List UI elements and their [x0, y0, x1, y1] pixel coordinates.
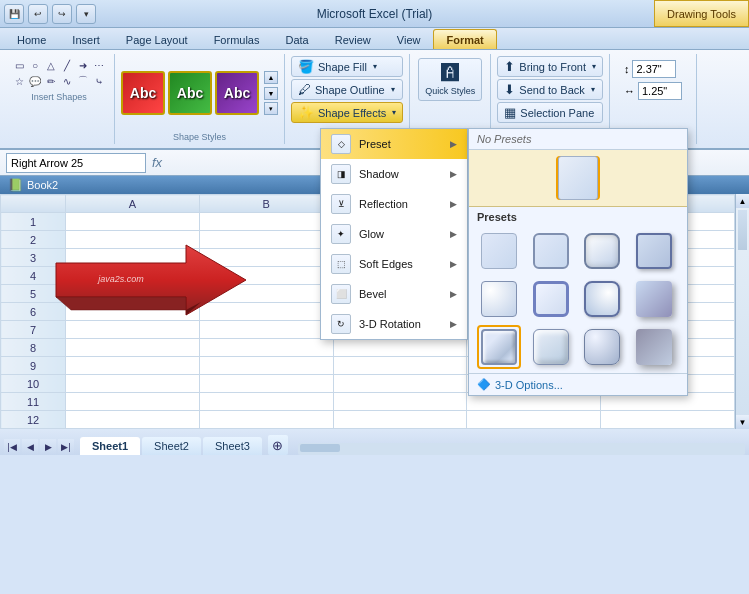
more-shapes-icon[interactable]: ⋯ — [92, 58, 106, 72]
cell-b8[interactable] — [199, 339, 333, 357]
cell-b2[interactable] — [199, 231, 333, 249]
cell-b4[interactable] — [199, 267, 333, 285]
scroll-up-btn[interactable]: ▲ — [736, 194, 749, 208]
preset-item-3[interactable] — [580, 229, 624, 273]
scroll-more-btn[interactable]: ▾ — [264, 102, 278, 115]
preset-item-8[interactable] — [632, 277, 676, 321]
cell-b3[interactable] — [199, 249, 333, 267]
sheet-tab-2[interactable]: Sheet2 — [142, 437, 201, 455]
tab-view[interactable]: View — [384, 29, 434, 49]
shape-effects-button[interactable]: ✨ Shape Effects ▾ — [291, 102, 403, 123]
freeform-icon[interactable]: ⌒ — [76, 74, 90, 88]
send-to-back-button[interactable]: ⬇ Send to Back ▾ — [497, 79, 603, 100]
cell-b1[interactable] — [199, 213, 333, 231]
last-sheet-btn[interactable]: ▶| — [58, 439, 74, 455]
cell-b9[interactable] — [199, 357, 333, 375]
line-icon[interactable]: ╱ — [60, 58, 74, 72]
preset-item-6[interactable] — [529, 277, 573, 321]
cell-d12[interactable] — [467, 411, 601, 429]
preset-item-9[interactable] — [477, 325, 521, 369]
3d-options-link[interactable]: 🔷 3-D Options... — [469, 373, 687, 395]
cell-b11[interactable] — [199, 393, 333, 411]
shape-style-purple[interactable]: Abc — [215, 71, 259, 115]
preset-item-11[interactable] — [580, 325, 624, 369]
save-button[interactable]: 💾 — [4, 4, 24, 24]
connector-icon[interactable]: ⤷ — [92, 74, 106, 88]
bevel-menu-item[interactable]: ⬜ Bevel ▶ — [321, 279, 467, 309]
selection-pane-button[interactable]: ▦ Selection Pane — [497, 102, 603, 123]
more-button[interactable]: ▾ — [76, 4, 96, 24]
glow-menu-item[interactable]: ✦ Glow ▶ — [321, 219, 467, 249]
rect-icon[interactable]: ▭ — [12, 58, 26, 72]
preset-item-5[interactable] — [477, 277, 521, 321]
preset-selected-item[interactable] — [556, 156, 600, 200]
cell-c12[interactable] — [333, 411, 467, 429]
cell-a10[interactable] — [66, 375, 200, 393]
callout-icon[interactable]: 💬 — [28, 74, 42, 88]
scroll-down-btn[interactable]: ▼ — [736, 415, 749, 429]
cell-a9[interactable] — [66, 357, 200, 375]
3d-rotation-menu-item[interactable]: ↻ 3-D Rotation ▶ — [321, 309, 467, 339]
cell-a1[interactable] — [66, 213, 200, 231]
curve-icon[interactable]: ∿ — [60, 74, 74, 88]
preset-item-1[interactable] — [477, 229, 521, 273]
cell-c8[interactable] — [333, 339, 467, 357]
sheet-tab-1[interactable]: Sheet1 — [80, 437, 140, 455]
cell-c9[interactable] — [333, 357, 467, 375]
preset-item-7[interactable] — [580, 277, 624, 321]
preset-item-12[interactable] — [632, 325, 676, 369]
shape-style-red[interactable]: Abc — [121, 71, 165, 115]
preset-item-10[interactable] — [529, 325, 573, 369]
cell-e12[interactable] — [601, 411, 735, 429]
scrollbar-thumb[interactable] — [738, 210, 747, 250]
cell-c11[interactable] — [333, 393, 467, 411]
preset-item-4[interactable] — [632, 229, 676, 273]
bring-to-front-button[interactable]: ⬆ Bring to Front ▾ — [497, 56, 603, 77]
scroll-up-btn[interactable]: ▲ — [264, 71, 278, 84]
cell-a11[interactable] — [66, 393, 200, 411]
new-sheet-button[interactable]: ⊕ — [268, 435, 288, 455]
shadow-menu-item[interactable]: ◨ Shadow ▶ — [321, 159, 467, 189]
width-input[interactable] — [638, 82, 682, 100]
cell-b7[interactable] — [199, 321, 333, 339]
undo-button[interactable]: ↩ — [28, 4, 48, 24]
soft-edges-menu-item[interactable]: ⬚ Soft Edges ▶ — [321, 249, 467, 279]
pen-icon[interactable]: ✏ — [44, 74, 58, 88]
redo-button[interactable]: ↪ — [52, 4, 72, 24]
oval-icon[interactable]: ○ — [28, 58, 42, 72]
next-sheet-btn[interactable]: ▶ — [40, 439, 56, 455]
tab-data[interactable]: Data — [272, 29, 321, 49]
reflection-menu-item[interactable]: ⊻ Reflection ▶ — [321, 189, 467, 219]
preset-menu-item[interactable]: ◇ Preset ▶ — [321, 129, 467, 159]
height-input[interactable] — [632, 60, 676, 78]
name-box[interactable] — [6, 153, 146, 173]
cell-a12[interactable] — [66, 411, 200, 429]
cell-a6[interactable] — [66, 303, 200, 321]
cell-b12[interactable] — [199, 411, 333, 429]
arrow-icon[interactable]: ➜ — [76, 58, 90, 72]
cell-a8[interactable] — [66, 339, 200, 357]
cell-b10[interactable] — [199, 375, 333, 393]
tab-review[interactable]: Review — [322, 29, 384, 49]
preset-item-2[interactable] — [529, 229, 573, 273]
cell-a7[interactable] — [66, 321, 200, 339]
cell-a2[interactable] — [66, 231, 200, 249]
tab-insert[interactable]: Insert — [59, 29, 113, 49]
scroll-down-btn[interactable]: ▼ — [264, 87, 278, 100]
cell-c10[interactable] — [333, 375, 467, 393]
tab-formulas[interactable]: Formulas — [201, 29, 273, 49]
shape-style-green[interactable]: Abc — [168, 71, 212, 115]
prev-sheet-btn[interactable]: ◀ — [22, 439, 38, 455]
cell-b6[interactable] — [199, 303, 333, 321]
vertical-scrollbar[interactable]: ▲ ▼ — [735, 194, 749, 429]
quick-styles-button[interactable]: 🅰 Quick Styles — [418, 58, 482, 101]
cell-a3[interactable] — [66, 249, 200, 267]
star-icon[interactable]: ☆ — [12, 74, 26, 88]
triangle-icon[interactable]: △ — [44, 58, 58, 72]
tab-page-layout[interactable]: Page Layout — [113, 29, 201, 49]
cell-a4[interactable] — [66, 267, 200, 285]
first-sheet-btn[interactable]: |◀ — [4, 439, 20, 455]
tab-home[interactable]: Home — [4, 29, 59, 49]
sheet-tab-3[interactable]: Sheet3 — [203, 437, 262, 455]
shape-fill-button[interactable]: 🪣 Shape Fill ▾ — [291, 56, 403, 77]
